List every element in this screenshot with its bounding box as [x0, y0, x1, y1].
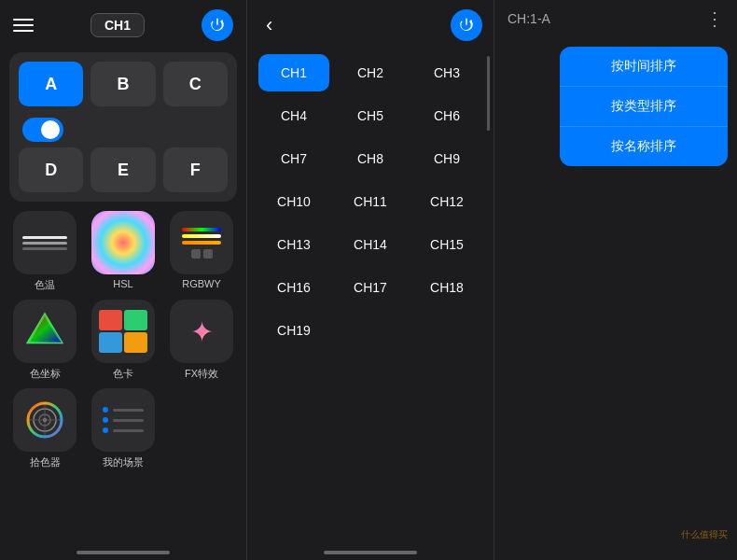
- feature-fx[interactable]: ✦ FX特效: [166, 300, 237, 381]
- feature-rgbwy[interactable]: RGBWY: [166, 211, 237, 292]
- hsl-label: HSL: [113, 278, 132, 289]
- channel-item-ch3[interactable]: CH3: [411, 54, 482, 91]
- abc-grid: A B C D E F: [9, 52, 237, 202]
- abc-row-2: D E F: [19, 147, 228, 192]
- picker-icon: [13, 388, 76, 452]
- mid-top-bar: ‹: [255, 9, 486, 41]
- scene-icon: [91, 388, 155, 452]
- sort-option-1[interactable]: 按类型排序: [560, 87, 728, 127]
- card-label: 色卡: [113, 367, 133, 381]
- fx-icon: ✦: [170, 300, 233, 363]
- toggle-switch[interactable]: [22, 118, 63, 142]
- cct-icon: [13, 211, 76, 274]
- btn-f[interactable]: F: [163, 147, 228, 192]
- coord-icon: [13, 300, 76, 363]
- feature-picker[interactable]: 拾色器: [9, 388, 80, 469]
- sort-option-0[interactable]: 按时间排序: [560, 47, 728, 87]
- back-button[interactable]: ‹: [258, 9, 280, 41]
- btn-c[interactable]: C: [163, 62, 228, 106]
- more-options-button[interactable]: ⋮: [705, 9, 724, 28]
- channel-item-ch17[interactable]: CH17: [335, 269, 406, 306]
- left-top-bar: CH1: [9, 9, 237, 41]
- left-panel: CH1 A B C D E F: [0, 0, 247, 560]
- channel-grid: CH1CH2CH3CH4CH5CH6CH7CH8CH9CH10CH11CH12C…: [255, 54, 486, 349]
- channel-item-ch2[interactable]: CH2: [335, 54, 406, 91]
- rgbwy-label: RGBWY: [182, 278, 221, 289]
- cct-label: 色温: [35, 278, 55, 292]
- right-content: 按时间排序按类型排序按名称排序: [504, 47, 728, 166]
- right-panel: CH:1-A ⋮ 按时间排序按类型排序按名称排序 什么值得买: [494, 0, 737, 560]
- channel-item-ch7[interactable]: CH7: [258, 140, 329, 177]
- channel-item-ch6[interactable]: CH6: [411, 97, 482, 134]
- card-icon: [91, 300, 155, 363]
- btn-d[interactable]: D: [19, 147, 83, 192]
- channel-item-ch9[interactable]: CH9: [411, 140, 482, 177]
- channel-item-ch14[interactable]: CH14: [335, 226, 406, 263]
- abc-row-1: A B C: [19, 62, 228, 106]
- channel-badge[interactable]: CH1: [90, 13, 145, 37]
- channel-item-ch5[interactable]: CH5: [335, 97, 406, 134]
- channel-item-ch10[interactable]: CH10: [258, 183, 329, 220]
- mid-home-indicator: [324, 551, 417, 554]
- scene-label: 我的场景: [103, 455, 144, 469]
- hamburger-button[interactable]: [13, 19, 34, 32]
- channel-item-ch13[interactable]: CH13: [258, 226, 329, 263]
- hsl-icon: [91, 211, 155, 274]
- watermark: 什么值得买: [681, 528, 728, 541]
- right-title: CH:1-A: [508, 11, 550, 26]
- coord-label: 色坐标: [30, 367, 61, 381]
- btn-b[interactable]: B: [90, 62, 155, 106]
- feature-coord[interactable]: 色坐标: [9, 300, 80, 381]
- channel-item-ch12[interactable]: CH12: [411, 183, 482, 220]
- rgbwy-icon: [170, 211, 233, 274]
- channel-item-ch1[interactable]: CH1: [258, 54, 329, 91]
- channel-item-ch16[interactable]: CH16: [258, 269, 329, 306]
- btn-a[interactable]: A: [19, 62, 83, 106]
- feature-scene[interactable]: 我的场景: [88, 388, 159, 469]
- channel-item-ch4[interactable]: CH4: [258, 97, 329, 134]
- fx-label: FX特效: [185, 367, 218, 381]
- feature-cct[interactable]: 色温: [9, 211, 80, 292]
- feature-grid: 色温 HSL RGBWY: [9, 211, 237, 469]
- picker-label: 拾色器: [30, 455, 61, 469]
- mid-power-button[interactable]: [451, 9, 482, 41]
- channel-item-ch15[interactable]: CH15: [411, 226, 482, 263]
- home-indicator: [76, 551, 170, 554]
- feature-card[interactable]: 色卡: [88, 300, 159, 381]
- svg-marker-1: [28, 315, 62, 343]
- channel-item-ch18[interactable]: CH18: [411, 269, 482, 306]
- sort-option-2[interactable]: 按名称排序: [560, 127, 728, 166]
- right-top-bar: CH:1-A ⋮: [504, 9, 728, 28]
- mid-scrollbar[interactable]: [487, 56, 490, 131]
- channel-item-ch8[interactable]: CH8: [335, 140, 406, 177]
- toggle-row: [19, 114, 228, 146]
- power-button[interactable]: [202, 9, 233, 41]
- channel-item-ch19[interactable]: CH19: [258, 312, 329, 349]
- feature-hsl[interactable]: HSL: [88, 211, 159, 292]
- btn-e[interactable]: E: [90, 147, 155, 192]
- sort-dropdown: 按时间排序按类型排序按名称排序: [560, 47, 728, 166]
- channel-item-ch11[interactable]: CH11: [335, 183, 406, 220]
- mid-panel: ‹ CH1CH2CH3CH4CH5CH6CH7CH8CH9CH10CH11CH1…: [247, 0, 494, 560]
